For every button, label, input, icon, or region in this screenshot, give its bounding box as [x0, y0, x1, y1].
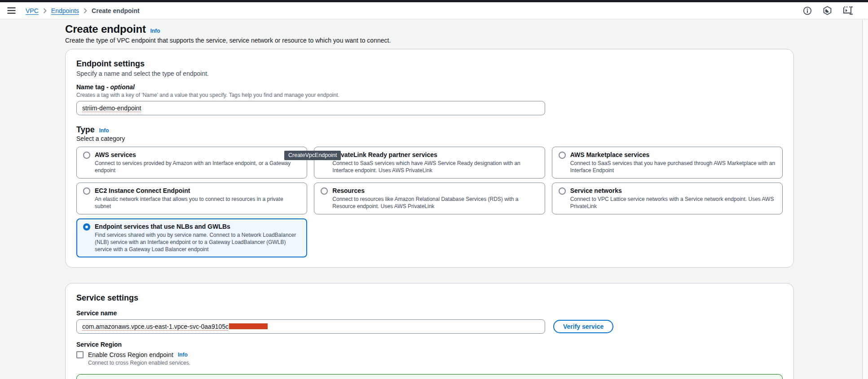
- redaction-block: [229, 323, 268, 329]
- service-name-input[interactable]: com.amazonaws.vpce.us-east-1.vpce-svc-0a…: [76, 319, 545, 334]
- service-name-value: com.amazonaws.vpce.us-east-1.vpce-svc-0a…: [82, 323, 268, 330]
- option-description: Connect to resources like Amazon Relatio…: [332, 196, 538, 210]
- option-description: An elastic network interface that allows…: [95, 196, 300, 210]
- type-heading: Type: [76, 125, 95, 135]
- name-tag-label: Name tag - optional: [76, 83, 783, 91]
- type-info-link[interactable]: Info: [99, 127, 109, 134]
- option-description: Connect to VPC Lattice service networks …: [570, 196, 776, 210]
- radio-selected-icon: [83, 223, 90, 231]
- cross-region-description: Connect to cross Region enabled services…: [88, 360, 783, 366]
- type-option-service-networks[interactable]: Service networks Connect to VPC Lattice …: [552, 183, 783, 214]
- breadcrumb-link-vpc[interactable]: VPC: [26, 7, 39, 14]
- breadcrumb-link-endpoints[interactable]: Endpoints: [51, 7, 79, 14]
- option-title: Service networks: [570, 187, 776, 195]
- console-header: VPC Endpoints Create endpoint: [0, 2, 868, 19]
- vertical-scrollbar[interactable]: [862, 20, 868, 379]
- endpoint-settings-description: Specify a name and select the type of en…: [76, 70, 783, 77]
- page-info-link[interactable]: Info: [150, 28, 160, 34]
- option-title: Endpoint services that use NLBs and GWLB…: [95, 222, 300, 231]
- option-title: AWS services: [95, 151, 300, 159]
- type-option-aws-marketplace-services[interactable]: AWS Marketplace services Connect to SaaS…: [552, 147, 783, 179]
- breadcrumb-current: Create endpoint: [92, 7, 140, 14]
- type-option-privatelink-partner-services[interactable]: PrivateLink Ready partner services Conne…: [314, 147, 545, 179]
- cross-region-checkbox[interactable]: [76, 351, 84, 358]
- service-settings-heading: Service settings: [76, 292, 783, 303]
- breadcrumb: VPC Endpoints Create endpoint: [26, 7, 140, 14]
- page-title: Create endpoint: [65, 23, 146, 35]
- name-tag-value: striim-demo-endpoint: [82, 105, 141, 112]
- service-region-label: Service Region: [76, 341, 783, 348]
- endpoint-settings-heading: Endpoint settings: [76, 58, 783, 69]
- radio-icon: [321, 187, 328, 195]
- type-option-resources[interactable]: Resources Connect to resources like Amaz…: [314, 183, 545, 214]
- option-title: PrivateLink Ready partner services: [332, 151, 538, 159]
- hover-tooltip: CreateVpcEndpoint: [284, 151, 341, 160]
- page-subtitle: Create the type of VPC endpoint that sup…: [65, 37, 794, 44]
- option-title: AWS Marketplace services: [570, 151, 776, 159]
- chevron-right-icon: [43, 8, 47, 13]
- option-description: Connect to services provided by Amazon w…: [95, 160, 300, 174]
- radio-icon: [559, 187, 566, 195]
- option-title: Resources: [332, 187, 538, 195]
- type-option-endpoint-services-nlb-gwlb[interactable]: Endpoint services that use NLBs and GWLB…: [76, 218, 307, 257]
- endpoint-settings-card: Endpoint settings Specify a name and sel…: [65, 49, 794, 268]
- info-icon[interactable]: [803, 6, 812, 15]
- radio-icon: [83, 187, 90, 195]
- option-title: EC2 Instance Connect Endpoint: [95, 187, 300, 195]
- cloudshell-terminal-icon[interactable]: [843, 6, 854, 15]
- service-name-label: Service name: [76, 309, 783, 317]
- radio-icon: [559, 152, 566, 159]
- optional-suffix: - optional: [106, 83, 135, 91]
- settings-hexagon-icon[interactable]: [823, 6, 832, 15]
- chevron-right-icon: [84, 8, 87, 13]
- cross-region-info-link[interactable]: Info: [178, 352, 188, 358]
- option-description: Find services shared with you by service…: [95, 231, 300, 253]
- option-description: Connect to SaaS services which have AWS …: [332, 160, 538, 174]
- option-description: Connect to SaaS services that you have p…: [570, 160, 776, 174]
- type-option-aws-services[interactable]: AWS services Connect to services provide…: [76, 147, 307, 179]
- type-description: Select a category: [76, 135, 783, 142]
- verify-service-button[interactable]: Verify service: [553, 320, 613, 333]
- type-option-ec2-instance-connect[interactable]: EC2 Instance Connect Endpoint An elastic…: [76, 183, 307, 214]
- cross-region-checkbox-label: Enable Cross Region endpoint: [88, 351, 173, 358]
- hamburger-menu-icon[interactable]: [7, 7, 16, 14]
- name-tag-input[interactable]: striim-demo-endpoint: [76, 101, 545, 115]
- service-verified-alert: Service name verified.: [76, 374, 783, 379]
- radio-icon: [83, 152, 90, 159]
- type-option-grid: AWS services Connect to services provide…: [76, 147, 783, 257]
- name-tag-description: Creates a tag with a key of 'Name' and a…: [76, 92, 783, 98]
- service-settings-card: Service settings Service name com.amazon…: [65, 283, 794, 379]
- main-content: Create endpoint Info Create the type of …: [65, 19, 794, 379]
